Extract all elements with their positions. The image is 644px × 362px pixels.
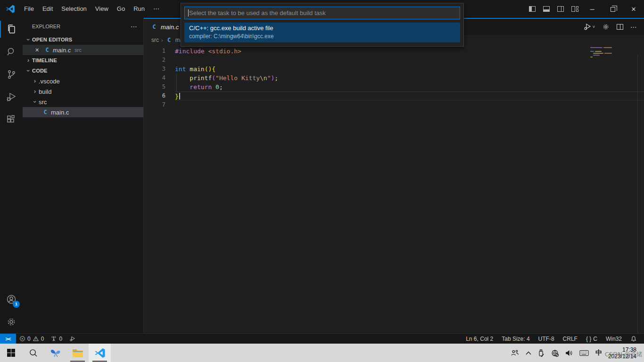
more-actions-icon[interactable]: ⋯ [630,23,637,31]
c-file-icon: C [165,37,173,43]
explorer-sidebar: EXPLORER ⋯ › OPEN EDITORS ✕ C main.c src… [23,18,144,333]
tree-item-src[interactable]: › src [23,97,143,107]
code-line-4[interactable]: 4 printf("Hello Kitty\n"); [144,74,644,82]
customize-layout-icon[interactable] [568,0,582,18]
account-icon[interactable]: 1 [0,288,23,311]
code-line-6[interactable]: 6} [144,91,644,100]
line-number: 5 [144,82,165,91]
c-file-icon: C [43,47,51,53]
line-content: #include <stdio.h> [175,47,644,56]
menu-more[interactable]: ⋯ [149,0,164,18]
code-line-1[interactable]: 1#include <stdio.h> [144,47,644,56]
extensions-icon[interactable] [0,108,23,131]
touch-keyboard-icon[interactable] [576,350,592,356]
chevron-down-icon: › [32,98,38,106]
code-line-5[interactable]: 5 return 0; [144,82,644,91]
line-content [175,56,644,65]
section-code[interactable]: › CODE [23,66,143,76]
configure-gear-icon[interactable] [602,23,610,31]
taskbar-butterfly-app-icon[interactable] [44,344,66,362]
toggle-secondary-sidebar-icon[interactable] [553,0,568,18]
close-icon[interactable]: ✕ [35,47,43,53]
radio-tower-icon [50,336,57,342]
run-debug-icon[interactable] [0,86,23,108]
windows-taskbar: 中 17:38 2023/12/14 [0,344,644,362]
remote-indicator[interactable]: >< [0,334,16,344]
line-content [175,100,644,109]
ime-indicator[interactable]: 中 [592,349,605,357]
problems-status[interactable]: 0 0 [16,334,47,344]
tab-label: main.c [161,24,179,31]
show-hidden-icons-chevron[interactable] [522,351,535,355]
search-icon[interactable] [0,41,23,63]
line-number: 7 [144,100,165,109]
tab-main-c[interactable]: C main.c [144,19,186,35]
date: 2023/12/14 [608,353,636,360]
minimap[interactable] [589,47,636,63]
toggle-panel-icon[interactable] [539,0,553,18]
section-open-editors[interactable]: › OPEN EDITORS [23,34,143,45]
split-editor-icon[interactable] [617,24,623,30]
code-line-3[interactable]: 3int main(){ [144,65,644,74]
code-line-2[interactable]: 2 [144,56,644,65]
chevron-down-icon: ˅ [593,25,595,29]
debug-status-icon[interactable] [66,334,79,344]
ports-status[interactable]: 0 [47,334,66,344]
settings-gear-icon[interactable] [0,311,23,333]
breadcrumb-folder[interactable]: src [151,37,159,43]
section-timeline[interactable]: › TIMELINE [23,55,143,66]
line-content: int main(){ [175,65,644,74]
usb-device-icon[interactable] [535,349,548,357]
volume-icon[interactable] [562,350,576,356]
menu-selection[interactable]: Selection [57,0,91,18]
taskbar-file-explorer-icon[interactable] [66,344,89,362]
sidebar-more-actions-icon[interactable]: ⋯ [131,23,138,30]
code-editor[interactable]: 1#include <stdio.h>23int main(){4 printf… [144,45,644,333]
line-content: return 0; [175,82,644,91]
chevron-down-icon: › [25,67,32,74]
taskbar-search-icon[interactable] [22,344,44,362]
code-line-7[interactable]: 7 [144,100,644,109]
network-globe-icon[interactable] [548,349,562,357]
line-number: 6 [144,91,165,100]
cursor-position-status[interactable]: Ln 6, Col 2 [462,334,497,344]
run-debug-file-button[interactable]: ˅ [583,23,595,31]
tree-item-vscode[interactable]: › .vscode [23,76,143,86]
menu-edit[interactable]: Edit [38,0,57,18]
open-editor-item-main-c[interactable]: ✕ C main.c src [23,45,143,55]
explorer-icon[interactable] [0,18,23,41]
taskbar-vscode-icon[interactable] [89,344,111,362]
quick-pick-item-gcc-build[interactable]: C/C++: gcc.exe build active file compile… [184,23,460,42]
menu-go[interactable]: Go [113,0,129,18]
sidebar-title: EXPLORER [32,24,60,29]
minimize-button[interactable]: ─ [582,0,603,18]
open-editor-path: src [74,47,82,53]
scrollbar[interactable] [637,55,638,333]
taskbar-clock[interactable]: 17:38 2023/12/14 [605,346,641,360]
status-bar-right: Ln 6, Col 2 Tab Size: 4 UTF-8 CRLF { } C… [462,334,644,344]
start-button[interactable] [0,344,22,362]
chevron-right-icon: › [161,37,163,43]
platform-status[interactable]: Win32 [602,334,626,344]
encoding-status[interactable]: UTF-8 [534,334,559,344]
quick-pick-input[interactable]: Select the task to be used as the defaul… [184,7,460,19]
close-button[interactable]: ✕ [623,0,644,18]
text-caret [188,9,189,16]
eol-status[interactable]: CRLF [559,334,582,344]
restore-button[interactable] [603,0,623,18]
workbench: 1 EXPLORER ⋯ › OPEN EDITORS ✕ C main.c s… [0,18,644,333]
toggle-sidebar-icon[interactable] [525,0,539,18]
line-number: 3 [144,65,165,74]
menu-file[interactable]: File [20,0,38,18]
account-badge: 1 [13,301,20,308]
notifications-bell-icon[interactable] [626,334,641,344]
language-status[interactable]: { } C [582,334,602,344]
menu-view[interactable]: View [91,0,113,18]
tree-item-main-c[interactable]: C main.c [23,107,143,117]
tree-item-build[interactable]: › build [23,86,143,97]
menu-run[interactable]: Run [129,0,149,18]
quick-pick-item-description: compiler: C:\mingw64\bin\gcc.exe [189,33,455,40]
people-icon[interactable] [507,349,522,356]
source-control-icon[interactable] [0,63,23,86]
indentation-status[interactable]: Tab Size: 4 [497,334,534,344]
